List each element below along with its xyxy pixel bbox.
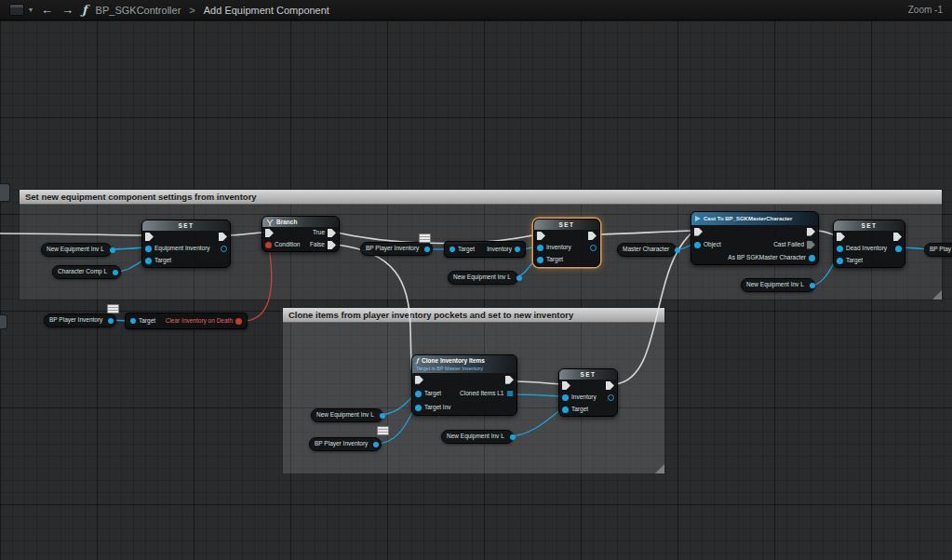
offscreen-node[interactable] bbox=[0, 314, 7, 329]
exec-in-pin[interactable] bbox=[265, 229, 274, 237]
variable-name: New Equipment Inv L bbox=[447, 433, 504, 440]
object-in-pin[interactable] bbox=[694, 242, 701, 248]
bool-out-pin[interactable] bbox=[235, 318, 242, 325]
pin-label: Target bbox=[424, 391, 441, 397]
exec-in-pin[interactable] bbox=[415, 376, 423, 384]
pin-label: Inventory bbox=[571, 394, 597, 401]
pin-label: Target bbox=[458, 247, 475, 253]
object-out-pin[interactable] bbox=[590, 245, 597, 251]
exec-in-pin[interactable] bbox=[562, 381, 570, 390]
get-new-equipment-inv-node[interactable]: New Equipment Inv L bbox=[41, 243, 112, 257]
get-bp-player-inventory-node[interactable]: BP Player Inventory bbox=[44, 313, 116, 327]
variable-name: New Equipment Inv L bbox=[746, 282, 804, 288]
get-new-equipment-inv-node[interactable]: New Equipment Inv L bbox=[448, 271, 518, 285]
object-in-pin[interactable] bbox=[145, 246, 152, 252]
pin-label: Target bbox=[846, 258, 863, 264]
get-bp-player-inventory-node[interactable]: BP Player Inventory bbox=[309, 437, 382, 451]
get-bp-player-inventory-node[interactable]: BP Player Inventory bbox=[360, 242, 433, 256]
get-master-character-node[interactable]: Master Character bbox=[617, 243, 677, 257]
clone-inventory-items-node[interactable]: ƒ Clone Inventory Items Target is BP Mas… bbox=[411, 354, 517, 416]
object-out-pin[interactable] bbox=[108, 318, 114, 324]
object-out-pin[interactable] bbox=[516, 275, 522, 281]
object-in-pin[interactable] bbox=[130, 318, 136, 324]
exec-true-pin[interactable] bbox=[328, 229, 336, 237]
object-in-pin[interactable] bbox=[837, 246, 843, 252]
object-in-pin[interactable] bbox=[145, 258, 152, 264]
exec-out-pin[interactable] bbox=[505, 376, 514, 384]
get-inventory-node[interactable]: Target Inventory bbox=[444, 241, 526, 258]
exec-out-pin[interactable] bbox=[893, 233, 902, 241]
get-new-equipment-inv-node[interactable]: New Equipment Inv L bbox=[441, 430, 514, 444]
function-graph-icon: ƒ bbox=[82, 3, 87, 17]
exec-out-pin[interactable] bbox=[606, 381, 614, 390]
get-character-comp-node[interactable]: Character Comp L bbox=[52, 265, 121, 279]
blueprint-graph-canvas[interactable]: Set new equipment component settings fro… bbox=[0, 20, 952, 560]
object-in-pin[interactable] bbox=[537, 245, 543, 251]
object-in-pin[interactable] bbox=[562, 394, 569, 401]
pin-label: Clear Inventory on Death bbox=[166, 318, 233, 325]
object-out-pin[interactable] bbox=[515, 247, 520, 252]
cast-to-bp-sgkmastercharacter-node[interactable]: Cast To BP_SGKMasterCharacter Object Cas… bbox=[691, 211, 819, 265]
pin-label: Condition bbox=[275, 242, 300, 248]
object-out-pin[interactable] bbox=[809, 255, 815, 261]
bool-in-pin[interactable] bbox=[265, 242, 272, 248]
back-icon[interactable]: ← bbox=[41, 4, 53, 16]
variable-name: New Equipment Inv L bbox=[453, 274, 511, 281]
comment-title[interactable]: Set new equipment component settings fro… bbox=[20, 190, 942, 205]
set-equipment-inventory-node[interactable]: SET Equipment Inventory Target bbox=[141, 220, 231, 268]
exec-in-pin[interactable] bbox=[694, 228, 703, 236]
array-out-pin[interactable]: ▦ bbox=[506, 390, 514, 397]
object-out-pin[interactable] bbox=[675, 247, 680, 253]
get-clear-inventory-on-death-node[interactable]: Target Clear Inventory on Death bbox=[125, 313, 248, 329]
exec-cast-failed-pin[interactable] bbox=[807, 241, 815, 249]
exec-in-pin[interactable] bbox=[145, 233, 154, 241]
exec-in-pin[interactable] bbox=[837, 233, 845, 241]
node-title: SET bbox=[834, 220, 905, 231]
exec-out-pin[interactable] bbox=[219, 233, 227, 241]
zoom-level: Zoom -1 bbox=[908, 5, 943, 15]
offscreen-node[interactable] bbox=[0, 183, 10, 202]
object-out-pin[interactable] bbox=[110, 247, 115, 253]
note-icon bbox=[419, 233, 431, 243]
forward-icon[interactable]: → bbox=[61, 4, 74, 16]
pin-label: Target bbox=[154, 258, 171, 264]
object-out-pin[interactable] bbox=[373, 442, 379, 447]
node-title: Cast To BP_SGKMasterCharacter bbox=[704, 216, 792, 221]
exec-out-pin[interactable] bbox=[807, 228, 815, 236]
exec-out-pin[interactable] bbox=[588, 232, 597, 240]
get-new-equipment-inv-node[interactable]: New Equipment Inv L bbox=[741, 278, 815, 292]
comment-title[interactable]: Clone items from player inventory pocket… bbox=[283, 308, 664, 323]
object-out-pin[interactable] bbox=[510, 434, 516, 440]
exec-false-pin[interactable] bbox=[328, 241, 336, 249]
panel-menu-icon[interactable] bbox=[9, 4, 24, 16]
set-inventory-node[interactable]: SET Inventory Target bbox=[558, 368, 618, 417]
object-out-pin[interactable] bbox=[113, 270, 118, 275]
node-title: SET bbox=[142, 220, 230, 231]
object-out-pin[interactable] bbox=[424, 247, 430, 252]
object-out-pin[interactable] bbox=[221, 246, 227, 252]
variable-name: New Equipment Inv L bbox=[47, 247, 104, 253]
object-in-pin[interactable] bbox=[562, 407, 569, 413]
object-in-pin[interactable] bbox=[537, 257, 543, 263]
object-out-pin[interactable] bbox=[380, 413, 385, 419]
exec-in-pin[interactable] bbox=[537, 232, 545, 240]
get-new-equipment-inv-node[interactable]: New Equipment Inv L bbox=[311, 408, 383, 422]
set-inventory-node[interactable]: SET Inventory Target bbox=[533, 219, 600, 267]
object-out-pin[interactable] bbox=[895, 246, 902, 252]
object-in-pin[interactable] bbox=[837, 258, 843, 264]
resize-handle-icon[interactable] bbox=[932, 290, 942, 300]
resize-handle-icon[interactable] bbox=[655, 464, 664, 473]
object-in-pin[interactable] bbox=[449, 247, 455, 252]
object-out-pin[interactable] bbox=[608, 394, 614, 401]
branch-node[interactable]: Branch True Condition False bbox=[261, 216, 340, 252]
variable-name: BP Player Inventory bbox=[315, 441, 368, 447]
object-in-pin[interactable] bbox=[415, 405, 422, 411]
chevron-down-icon[interactable]: ▾ bbox=[29, 6, 33, 14]
set-dead-inventory-node[interactable]: SET Dead Inventory Target bbox=[833, 220, 905, 268]
node-title: Clone Inventory Items bbox=[422, 357, 485, 364]
breadcrumb-root[interactable]: BP_SGKController bbox=[96, 5, 181, 16]
object-in-pin[interactable] bbox=[415, 391, 422, 397]
object-out-pin[interactable] bbox=[810, 283, 815, 288]
get-bp-player-inventory-node[interactable]: BP Play bbox=[924, 243, 952, 257]
breadcrumb-current[interactable]: Add Equipment Component bbox=[204, 5, 329, 16]
